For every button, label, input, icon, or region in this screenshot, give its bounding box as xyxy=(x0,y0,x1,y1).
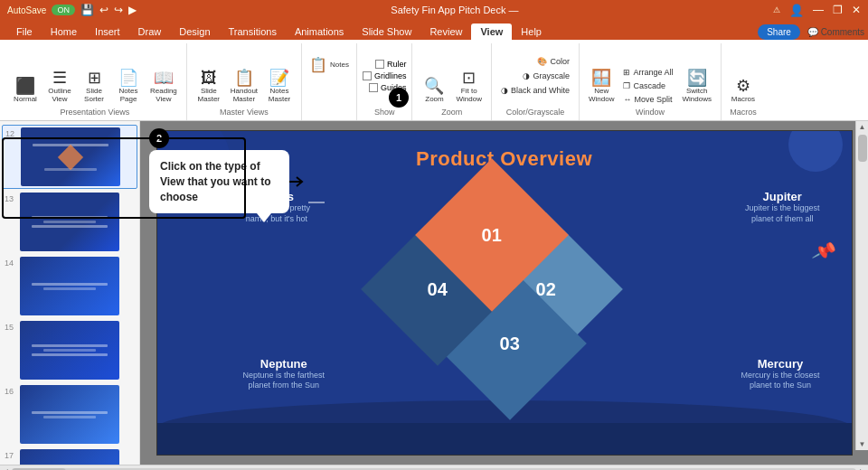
slide-master-icon: 🖼 xyxy=(201,70,217,86)
reading-icon: 📖 xyxy=(154,70,174,86)
slide-thumb-13[interactable]: 13 xyxy=(2,191,137,253)
tab-slideshow[interactable]: Slide Show xyxy=(353,24,420,40)
normal-view-button[interactable]: ⬛ Normal xyxy=(9,76,42,106)
arrange-icon: ⊞ xyxy=(623,68,630,77)
slide-preview-14 xyxy=(20,257,119,315)
present-icon[interactable]: ▶ xyxy=(128,4,137,16)
master-views-buttons: 🖼 SlideMaster 📋 HandoutMaster 📝 NotesMas… xyxy=(193,45,296,108)
slide-master-button[interactable]: 🖼 SlideMaster xyxy=(193,68,225,106)
close-icon[interactable]: ✕ xyxy=(852,4,861,16)
slide-preview-15 xyxy=(20,321,119,380)
grayscale-button[interactable]: ◑Grayscale xyxy=(519,70,573,82)
neptune-desc: Neptune is the farthestplanet from the S… xyxy=(243,371,326,391)
new-window-icon: 🪟 xyxy=(591,70,611,86)
tab-review[interactable]: Review xyxy=(420,24,471,40)
new-window-button[interactable]: 🪟 NewWindow xyxy=(585,68,618,106)
macros-button[interactable]: ⚙ Macros xyxy=(727,76,760,106)
mercury-desc: Mercury is the closestplanet to the Sun xyxy=(741,371,819,391)
tab-draw[interactable]: Draw xyxy=(129,24,171,40)
cascade-icon: ❐ xyxy=(623,81,630,90)
scroll-up-arrow[interactable]: ▲ xyxy=(857,121,868,133)
minimize-icon[interactable]: — xyxy=(813,4,824,16)
hscroll-left-arrow[interactable]: ◀ xyxy=(2,467,8,471)
annotation-box: 2 Click on the type of View that you wan… xyxy=(149,128,289,213)
notes-page-button[interactable]: 📄 NotesPage xyxy=(112,68,145,106)
slide-preview-12 xyxy=(21,127,120,186)
account-icon[interactable]: 👤 xyxy=(789,4,804,17)
tab-file[interactable]: File xyxy=(7,24,42,40)
slide-thumb-15[interactable]: 15 xyxy=(2,319,137,381)
handout-master-button[interactable]: 📋 HandoutMaster xyxy=(227,68,261,106)
master-views-label: Master Views xyxy=(193,108,296,118)
tab-design[interactable]: Design xyxy=(170,24,219,40)
horizontal-scrollbar[interactable]: ◀ ▶ xyxy=(0,465,868,470)
notes-button[interactable]: 📋 Notes xyxy=(306,54,353,75)
tab-insert[interactable]: Insert xyxy=(86,24,129,40)
ribbon-group-presentation-views: ⬛ Normal ☰ OutlineView ⊞ SlideSorter 📄 N… xyxy=(4,43,187,120)
slide-thumb-17[interactable]: 17 xyxy=(2,447,137,465)
jupiter-item: Jupiter Jupiter is the biggestplanet of … xyxy=(745,190,820,224)
tab-animations[interactable]: Animations xyxy=(286,24,353,40)
arrange-all-button[interactable]: ⊞Arrange All xyxy=(619,66,676,79)
scroll-down-arrow[interactable]: ▼ xyxy=(857,438,868,450)
step-2-circle: 2 xyxy=(149,128,169,148)
slide-num-15: 15 xyxy=(5,321,17,332)
jupiter-name: Jupiter xyxy=(745,190,820,203)
fit-to-window-button[interactable]: ⊡ Fit toWindow xyxy=(452,68,485,106)
slide-num-12: 12 xyxy=(5,127,18,138)
reading-view-button[interactable]: 📖 ReadingView xyxy=(146,68,181,106)
ribbon-group-zoom: 🔍 Zoom ⊡ Fit toWindow Zoom xyxy=(412,43,491,120)
vertical-scrollbar[interactable]: ▲ ▼ xyxy=(855,121,868,450)
switch-icon: 🔄 xyxy=(687,70,707,86)
presentation-views-buttons: ⬛ Normal ☰ OutlineView ⊞ SlideSorter 📄 N… xyxy=(9,45,181,108)
macros-label: Macros xyxy=(727,108,760,118)
title-bar: AutoSave ON 💾 ↩ ↪ ▶ Safety Fin App Pitch… xyxy=(0,0,868,20)
undo-icon[interactable]: ↩ xyxy=(99,4,108,16)
comments-button[interactable]: 💬 Comments xyxy=(807,27,864,37)
tab-view[interactable]: View xyxy=(471,24,512,40)
ribbon-right-actions: Share 💬 Comments xyxy=(758,24,868,40)
ribbon-tabs: File Home Insert Draw Design Transitions… xyxy=(0,20,868,40)
diamond-label-03: 03 xyxy=(499,334,519,354)
notes-master-icon: 📝 xyxy=(269,70,289,86)
pin-icon: 📌 xyxy=(810,237,837,264)
share-button[interactable]: Share xyxy=(758,24,800,40)
tab-home[interactable]: Home xyxy=(42,24,86,40)
tab-transitions[interactable]: Transitions xyxy=(220,24,286,40)
outline-view-button[interactable]: ☰ OutlineView xyxy=(43,68,76,106)
gridlines-checkbox[interactable] xyxy=(363,71,372,80)
normal-icon: ⬛ xyxy=(15,78,35,94)
slide-thumb-12[interactable]: 12 xyxy=(2,125,137,189)
diamond-label-01: 01 xyxy=(481,225,501,246)
tab-help[interactable]: Help xyxy=(512,24,551,40)
ribbon-group-show: Ruler Gridlines Guides Show xyxy=(357,43,413,120)
deco-wave2 xyxy=(157,423,852,455)
ruler-checkbox[interactable] xyxy=(375,60,384,69)
cascade-button[interactable]: ❐Cascade xyxy=(619,80,676,92)
gridlines-checkbox-row[interactable]: Gridlines xyxy=(363,71,407,80)
zoom-icon: 🔍 xyxy=(424,78,444,94)
move-split-button[interactable]: ↔Move Split xyxy=(619,93,676,106)
notes-icon: 📋 xyxy=(309,56,327,73)
color-button[interactable]: 🎨Color xyxy=(533,55,573,68)
zoom-button[interactable]: 🔍 Zoom xyxy=(418,76,450,106)
slide-panel[interactable]: 12 13 14 xyxy=(0,121,140,465)
restore-icon[interactable]: ❐ xyxy=(833,4,843,16)
slide-thumb-16[interactable]: 16 xyxy=(2,383,137,446)
slide-preview-16 xyxy=(20,385,119,444)
autosave-toggle[interactable]: ON xyxy=(52,5,75,15)
ribbon-group-master-views: 🖼 SlideMaster 📋 HandoutMaster 📝 NotesMas… xyxy=(187,43,302,120)
save-icon[interactable]: 💾 xyxy=(80,4,94,16)
slide-sorter-button[interactable]: ⊞ SlideSorter xyxy=(78,68,110,106)
hscroll-right-arrow[interactable]: ▶ xyxy=(860,467,866,471)
title-bar-right: ⚠ 👤 — ❐ ✕ xyxy=(773,4,861,17)
redo-icon[interactable]: ↪ xyxy=(114,4,123,16)
slide-thumb-14[interactable]: 14 xyxy=(2,255,137,317)
notes-master-button[interactable]: 📝 NotesMaster xyxy=(263,68,296,106)
bw-button[interactable]: ◑Black and White xyxy=(497,84,573,97)
ruler-checkbox-row[interactable]: Ruler xyxy=(375,60,407,69)
zoom-label: Zoom xyxy=(418,108,485,118)
switch-windows-button[interactable]: 🔄 SwitchWindows xyxy=(678,68,714,106)
scroll-thumb-v[interactable] xyxy=(858,135,867,162)
guides-checkbox[interactable] xyxy=(369,83,378,92)
